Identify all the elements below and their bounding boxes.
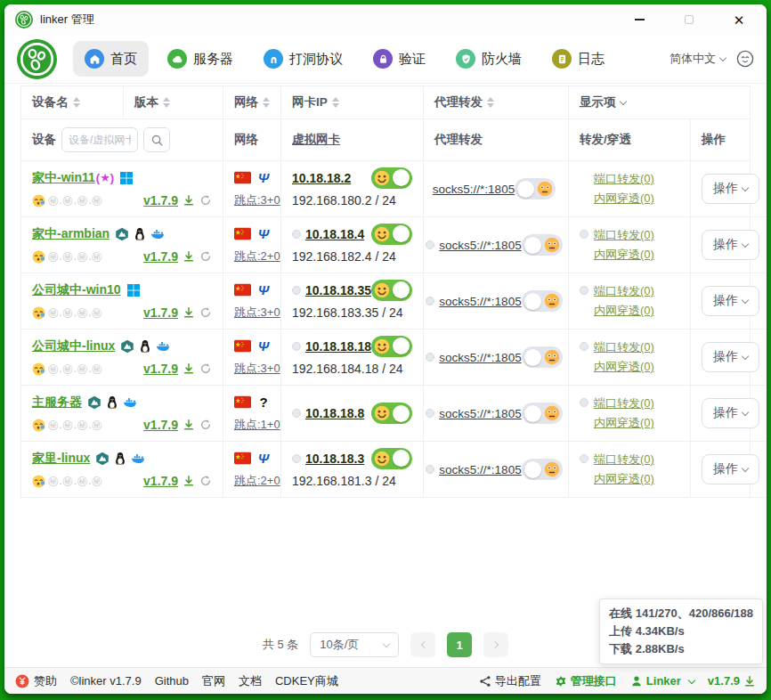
page-size-select[interactable]: 10条/页 xyxy=(310,632,399,657)
action-dropdown-button[interactable]: 操作 xyxy=(702,174,759,204)
sort-icon[interactable] xyxy=(332,97,339,108)
proxy-link[interactable]: socks5://*:1805 xyxy=(439,351,521,364)
port-forward-link[interactable]: 端口转发(0) xyxy=(594,281,679,301)
maximize-button[interactable] xyxy=(676,8,702,31)
nic-toggle[interactable] xyxy=(371,336,412,357)
proxy-toggle[interactable] xyxy=(522,234,563,256)
hops-link[interactable]: 跳点:1+0 xyxy=(234,417,280,433)
version-link[interactable]: v1.7.9 xyxy=(143,474,178,488)
theme-toggle-icon[interactable] xyxy=(736,50,754,68)
port-forward-link[interactable]: 端口转发(0) xyxy=(594,169,679,189)
proxy-link[interactable]: socks5://*:1805 xyxy=(433,183,515,196)
device-name-link[interactable]: 公司城中-win10 xyxy=(32,282,121,298)
nic-toggle[interactable] xyxy=(371,167,412,189)
minimize-button[interactable] xyxy=(626,8,653,31)
sort-icon[interactable] xyxy=(263,97,270,108)
virtual-ip-link[interactable]: 10.18.18.35 xyxy=(305,283,371,297)
device-name-link[interactable]: 家里-linux xyxy=(32,451,90,467)
virtual-ip-link[interactable]: 10.18.18.8 xyxy=(305,406,364,420)
proxy-toggle[interactable] xyxy=(522,459,563,480)
proxy-toggle[interactable] xyxy=(515,178,556,199)
search-button[interactable] xyxy=(143,127,170,152)
header-network[interactable]: 网络 xyxy=(223,86,281,119)
tab-home[interactable]: 首页 xyxy=(73,41,149,77)
proxy-toggle[interactable] xyxy=(522,290,563,312)
prev-page-button[interactable] xyxy=(410,632,435,657)
nic-toggle[interactable] xyxy=(371,448,412,469)
proxy-link[interactable]: socks5://*:1805 xyxy=(439,239,521,252)
manage-api-button[interactable]: 管理接口 xyxy=(555,673,617,689)
search-input[interactable] xyxy=(61,127,138,152)
hops-link[interactable]: 跳点:3+0 xyxy=(234,361,280,377)
hops-link[interactable]: 跳点:3+0 xyxy=(234,192,280,208)
nic-toggle[interactable] xyxy=(371,280,412,301)
port-forward-link[interactable]: 端口转发(0) xyxy=(594,338,679,357)
website-link[interactable]: 官网 xyxy=(202,673,225,689)
port-forward-link[interactable]: 端口转发(0) xyxy=(594,450,679,469)
tab-logs[interactable]: 日志 xyxy=(540,41,616,77)
download-icon[interactable] xyxy=(183,250,195,263)
action-dropdown-button[interactable]: 操作 xyxy=(702,230,759,260)
action-dropdown-button[interactable]: 操作 xyxy=(702,454,759,484)
header-proxy[interactable]: 代理转发 xyxy=(424,86,569,119)
penetrate-link[interactable]: 内网穿透(0) xyxy=(594,245,679,265)
header-display-options[interactable]: 显示项 xyxy=(569,86,750,119)
app-version[interactable]: v1.7.9 xyxy=(708,674,756,688)
tab-verify[interactable]: 验证 xyxy=(361,41,437,77)
version-link[interactable]: v1.7.9 xyxy=(143,249,178,264)
next-page-button[interactable] xyxy=(483,632,508,657)
virtual-ip-link[interactable]: 10.18.18.18 xyxy=(305,339,371,354)
device-name-link[interactable]: 主服务器 xyxy=(32,395,82,411)
header-version[interactable]: 版本 xyxy=(124,86,223,119)
hops-link[interactable]: 跳点:2+0 xyxy=(234,473,280,489)
action-dropdown-button[interactable]: 操作 xyxy=(702,342,759,372)
hops-link[interactable]: 跳点:2+0 xyxy=(234,248,280,265)
close-button[interactable]: ✕ xyxy=(726,8,752,31)
refresh-icon[interactable] xyxy=(199,475,212,487)
version-link[interactable]: v1.7.9 xyxy=(143,193,178,208)
tab-firewall[interactable]: 防火墙 xyxy=(444,41,533,77)
download-icon[interactable] xyxy=(183,362,195,375)
proxy-toggle[interactable] xyxy=(522,403,563,424)
action-dropdown-button[interactable]: 操作 xyxy=(702,286,759,316)
docs-link[interactable]: 文档 xyxy=(239,673,262,689)
penetrate-link[interactable]: 内网穿透(0) xyxy=(594,301,679,321)
version-link[interactable]: v1.7.9 xyxy=(143,418,178,432)
header-device-name[interactable]: 设备名 xyxy=(21,86,124,119)
sort-icon[interactable] xyxy=(163,97,170,108)
sponsor-link[interactable]: 赞助 xyxy=(15,673,57,689)
penetrate-link[interactable]: 内网穿透(0) xyxy=(594,469,679,489)
penetrate-link[interactable]: 内网穿透(0) xyxy=(594,357,679,377)
sort-icon[interactable] xyxy=(73,97,80,108)
refresh-icon[interactable] xyxy=(199,306,212,319)
refresh-icon[interactable] xyxy=(199,362,212,375)
port-forward-link[interactable]: 端口转发(0) xyxy=(594,225,679,245)
virtual-ip-link[interactable]: 10.18.18.2 xyxy=(292,171,351,185)
account-menu[interactable]: Linker xyxy=(630,674,694,688)
port-forward-link[interactable]: 端口转发(0) xyxy=(594,394,679,413)
refresh-icon[interactable] xyxy=(199,250,212,263)
language-selector[interactable]: 简体中文 xyxy=(670,51,726,67)
proxy-link[interactable]: socks5://*:1805 xyxy=(439,295,521,308)
download-icon[interactable] xyxy=(183,419,195,431)
version-link[interactable]: v1.7.9 xyxy=(143,305,178,320)
export-config-button[interactable]: 导出配置 xyxy=(479,673,541,689)
device-name-link[interactable]: 家中-armbian xyxy=(32,226,110,242)
device-name-link[interactable]: 家中-win11 xyxy=(32,170,95,186)
header-nic-ip[interactable]: 网卡IP xyxy=(281,86,424,119)
download-icon[interactable] xyxy=(183,306,195,319)
proxy-link[interactable]: socks5://*:1805 xyxy=(439,463,521,476)
current-page-button[interactable]: 1 xyxy=(447,632,472,657)
download-icon[interactable] xyxy=(183,194,195,207)
refresh-icon[interactable] xyxy=(199,419,212,431)
proxy-link[interactable]: socks5://*:1805 xyxy=(439,407,521,420)
action-dropdown-button[interactable]: 操作 xyxy=(702,398,759,428)
hops-link[interactable]: 跳点:3+0 xyxy=(234,305,280,321)
virtual-ip-link[interactable]: 10.18.18.4 xyxy=(305,227,364,241)
proxy-toggle[interactable] xyxy=(522,346,563,368)
github-link[interactable]: Github xyxy=(155,674,189,688)
brand-logo-icon[interactable] xyxy=(17,39,57,79)
nic-toggle[interactable] xyxy=(371,403,412,424)
penetrate-link[interactable]: 内网穿透(0) xyxy=(594,189,679,208)
download-icon[interactable] xyxy=(183,475,195,487)
